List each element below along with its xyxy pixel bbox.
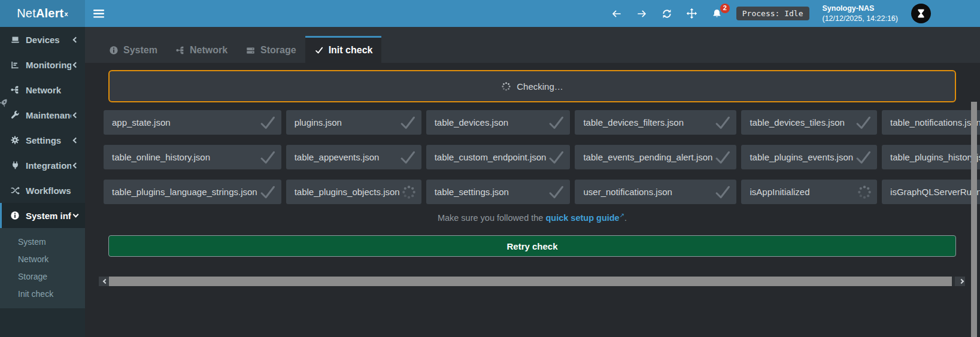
sidebar-item-settings[interactable]: Settings [0,127,85,153]
rocket-icon [0,98,9,108]
laptop-icon [8,35,22,44]
horizontal-scrollbar[interactable] [99,277,965,286]
check-item: plugins.json [286,110,421,135]
check-ok-icon [714,114,732,131]
top-header: NetAlertx 2 Process: Idle Synology-NAS (… [0,0,980,27]
sidebar-item-maintenance[interactable]: Maintenance [0,102,85,127]
chevron-left-icon [73,37,79,42]
tab-init-check[interactable]: Init check [305,36,382,63]
sidebar-item-monitoring[interactable]: Monitoring [0,52,85,77]
sidebar-toggle-button[interactable] [85,0,113,27]
loading-spinner-icon [857,184,872,200]
sidebar-item-integrations[interactable]: Integrations [0,153,85,178]
loading-spinner-icon [401,184,417,200]
check-item: app_state.json [104,110,281,135]
submenu-item[interactable]: System [0,233,85,250]
check-item-label: table_online_history.json [112,152,257,162]
check-ok-icon [714,149,732,166]
hamburger-icon [93,10,104,18]
scroll-right-button[interactable] [955,277,965,286]
external-link-icon: ↗ [620,212,624,218]
check-ok-icon [399,114,417,131]
chevron-left-icon [73,162,79,168]
check-item-label: table_events_pending_alert.json [583,152,712,162]
check-ok-icon [547,184,565,201]
setup-hint: Make sure you followed the quick setup g… [108,212,956,223]
check-item-label: app_state.json [112,117,257,127]
check-item: isAppInitialized [741,180,877,204]
check-item-label: isGraphQLServerRunning [890,187,980,197]
info-circle-icon [109,45,119,55]
info-circle-icon [8,211,22,220]
horizontal-scrollbar-thumb[interactable] [109,277,952,286]
gear-icon [8,135,22,145]
check-item-label: plugins.json [295,117,398,127]
check-item-label: table_devices_filters.json [583,117,712,127]
tab-storage[interactable]: Storage [236,38,305,63]
check-item: table_devices_filters.json [575,110,736,135]
check-ok-icon [854,149,872,166]
check-ok-icon [259,114,277,131]
system-info-submenu: System Network Storage Init check [0,228,85,308]
notification-count-badge: 2 [720,4,730,13]
check-item: table_plugins_language_strings.json [104,180,281,204]
check-item: table_online_history.json [104,145,281,169]
network-icon [175,45,185,55]
move-arrows-icon[interactable] [686,8,698,20]
check-ok-icon [399,149,417,166]
check-item-label: table_plugins_history.json [890,152,980,162]
back-arrow-icon[interactable] [611,8,623,20]
check-item-label: user_notifications.json [583,187,712,197]
check-item-label: isAppInitialized [750,187,855,197]
host-name: Synology-NAS [823,4,899,13]
sidebar-nav: Devices Monitoring Network Maintenance S… [0,27,85,337]
brand-bold: Alert [36,7,64,20]
header-actions: 2 Process: Idle Synology-NAS (12/12/2025… [611,4,931,23]
submenu-item[interactable]: Network [0,250,85,268]
host-info: Synology-NAS (12/12/2025, 14:22:16) [823,4,899,23]
check-item: table_appevents.json [286,145,421,169]
chevron-down-icon [73,212,79,218]
retry-check-button[interactable]: Retry check [108,235,956,257]
sidebar-item-system-info[interactable]: System info [0,203,85,228]
check-item: table_plugins_objects.json [286,180,421,204]
notifications-bell-icon[interactable]: 2 [711,8,723,20]
check-item-label: table_plugins_events.json [750,152,853,162]
check-ok-icon [547,114,565,131]
spinner-icon [501,81,511,92]
sidebar-item-workflows[interactable]: Workflows [0,178,85,203]
quick-setup-guide-link[interactable]: quick setup guide [545,213,619,223]
plug-icon [8,160,22,170]
scroll-left-button[interactable] [99,277,109,286]
check-item-label: table_devices.json [435,117,547,127]
submenu-item[interactable]: Init check [0,285,85,302]
check-item-label: table_notifications.json [890,117,980,127]
check-item: table_devices.json [426,110,571,135]
chart-icon [8,60,22,69]
refresh-icon[interactable] [661,8,673,20]
shuffle-icon [8,186,22,195]
tab-network[interactable]: Network [166,38,236,63]
init-check-grid: app_state.json plugins.json table_device… [104,110,967,204]
check-item: table_plugins_events.json [741,145,877,169]
storage-icon [245,46,256,55]
host-timestamp: (12/12/2025, 14:22:16) [823,14,899,23]
hourglass-avatar-icon [916,8,926,19]
check-ok-icon [714,184,732,201]
submenu-item[interactable]: Storage [0,268,85,285]
sidebar-item-network[interactable]: Network [0,77,85,102]
forward-arrow-icon[interactable] [636,8,648,20]
check-item: table_settings.json [426,180,571,204]
chevron-left-icon [73,137,79,143]
tab-system[interactable]: System [100,38,166,63]
sidebar-item-devices[interactable]: Devices [0,27,85,52]
vertical-scrollbar-thumb[interactable] [971,102,977,337]
user-avatar[interactable] [911,4,931,23]
wrench-icon [8,110,22,120]
app-logo[interactable]: NetAlertx [0,0,85,27]
check-item-label: table_plugins_objects.json [295,187,400,197]
check-ok-icon [854,114,872,131]
main-content: System Network Storage Init check Checki… [85,27,980,337]
check-item: table_events_pending_alert.json [575,145,736,169]
check-item: table_custom_endpoint.json [426,145,571,169]
